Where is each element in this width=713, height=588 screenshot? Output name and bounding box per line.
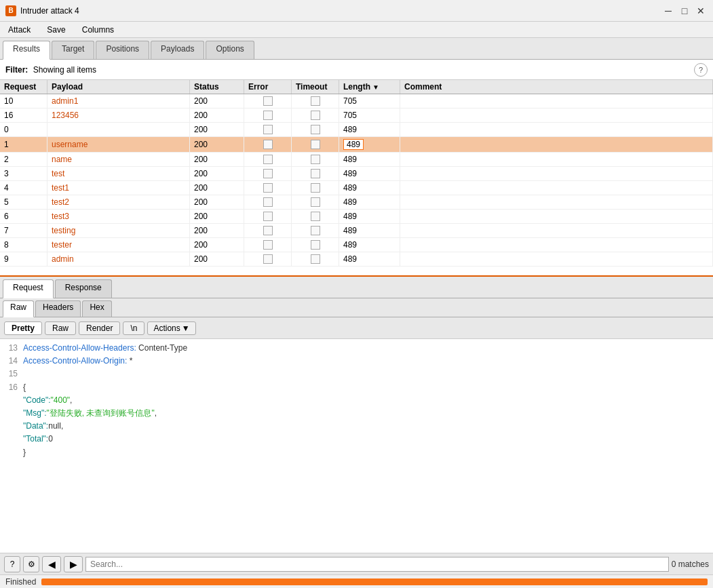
td-error (244, 238, 292, 252)
tab-response[interactable]: Response (55, 279, 112, 298)
td-comment (400, 210, 713, 223)
table-row[interactable]: 7 testing 200 489 (0, 224, 713, 238)
td-length: 489 (339, 123, 400, 136)
sub-tab-headers[interactable]: Headers (35, 300, 81, 317)
close-button[interactable]: ✕ (694, 4, 708, 18)
th-request[interactable]: Request (0, 80, 47, 94)
line-content: "Msg":"登陆失败, 未查询到账号信息", (23, 407, 710, 420)
td-timeout (292, 238, 339, 252)
pretty-button[interactable]: Pretty (4, 321, 42, 335)
tab-results[interactable]: Results (3, 41, 50, 60)
code-line: "Msg":"登陆失败, 未查询到账号信息", (3, 407, 710, 420)
tab-options[interactable]: Options (206, 41, 254, 59)
table-row[interactable]: 10 admin1 200 705 (0, 94, 713, 109)
td-request: 5 (0, 195, 47, 209)
table-row[interactable]: 3 test 200 489 (0, 167, 713, 181)
menu-columns[interactable]: Columns (77, 24, 119, 36)
td-timeout (292, 153, 339, 166)
th-comment[interactable]: Comment (400, 80, 713, 94)
error-checkbox (263, 240, 273, 250)
table-row[interactable]: 8 tester 200 489 (0, 238, 713, 252)
td-payload: testing (47, 224, 190, 237)
td-status: 200 (190, 195, 244, 209)
filter-bar: Filter: Showing all items ? (0, 60, 713, 80)
timeout-checkbox (311, 96, 320, 106)
td-request: 2 (0, 153, 47, 166)
line-content (23, 368, 710, 380)
td-status: 200 (190, 109, 244, 122)
td-request: 7 (0, 224, 47, 237)
raw-button[interactable]: Raw (45, 321, 76, 335)
timeout-checkbox (311, 155, 320, 164)
table-row[interactable]: 2 name 200 489 (0, 153, 713, 167)
td-length: 489 (339, 252, 400, 266)
table-row[interactable]: 1 username 200 489 (0, 137, 713, 153)
th-length[interactable]: Length ▼ (339, 80, 400, 94)
menu-save[interactable]: Save (41, 24, 71, 36)
td-request: 16 (0, 109, 47, 122)
sub-tabs: Raw Headers Hex (0, 298, 713, 317)
app-icon: B (5, 5, 16, 16)
code-line: 16{ (3, 381, 710, 394)
sub-tab-hex[interactable]: Hex (82, 300, 111, 317)
sort-icon: ▼ (372, 83, 379, 91)
table-row[interactable]: 4 test1 200 489 (0, 181, 713, 195)
tab-target[interactable]: Target (52, 41, 94, 59)
td-error (244, 167, 292, 180)
tab-payloads[interactable]: Payloads (151, 41, 204, 59)
tab-request[interactable]: Request (3, 279, 54, 298)
minimize-button[interactable]: ─ (661, 4, 675, 18)
table-row[interactable]: 5 test2 200 489 (0, 195, 713, 210)
td-error (244, 181, 292, 195)
actions-dropdown[interactable]: Actions ▼ (147, 321, 195, 335)
td-payload: name (47, 153, 190, 166)
render-button[interactable]: Render (79, 321, 120, 335)
td-error (244, 224, 292, 237)
error-checkbox (263, 140, 273, 149)
sub-tab-raw[interactable]: Raw (3, 300, 34, 317)
error-checkbox (263, 155, 273, 164)
td-comment (400, 238, 713, 252)
search-input[interactable] (85, 557, 669, 572)
td-request: 3 (0, 167, 47, 180)
th-payload[interactable]: Payload (47, 80, 190, 94)
settings-button[interactable]: ⚙ (23, 556, 39, 572)
td-comment (400, 137, 713, 152)
maximize-button[interactable]: □ (678, 4, 691, 18)
prev-button[interactable]: ◀ (42, 556, 61, 572)
code-line: "Code":"400", (3, 394, 710, 407)
error-checkbox (263, 183, 273, 193)
tab-positions[interactable]: Positions (96, 41, 149, 59)
newline-button[interactable]: \n (123, 321, 144, 335)
window-title: Intruder attack 4 (20, 6, 79, 16)
td-comment (400, 94, 713, 108)
filter-help-button[interactable]: ? (694, 63, 708, 77)
line-content: Access-Control-Allow-Headers: Content-Ty… (23, 342, 710, 355)
td-comment (400, 167, 713, 180)
timeout-checkbox (311, 254, 320, 264)
next-button[interactable]: ▶ (64, 556, 83, 572)
td-length: 489 (339, 210, 400, 223)
th-error[interactable]: Error (244, 80, 292, 94)
td-status: 200 (190, 123, 244, 136)
table-row[interactable]: 16 123456 200 705 (0, 109, 713, 123)
timeout-checkbox (311, 140, 320, 149)
table-body[interactable]: 10 admin1 200 705 16 123456 200 705 0 20… (0, 94, 713, 275)
table-row[interactable]: 9 admin 200 489 (0, 252, 713, 267)
timeout-checkbox (311, 125, 320, 134)
line-number (3, 446, 23, 459)
line-content: "Code":"400", (23, 394, 710, 407)
code-line: 13Access-Control-Allow-Headers: Content-… (3, 342, 710, 355)
line-number: 16 (3, 381, 23, 394)
td-error (244, 137, 292, 152)
menu-attack[interactable]: Attack (3, 24, 36, 36)
timeout-checkbox (311, 169, 320, 178)
table-row[interactable]: 6 test3 200 489 (0, 210, 713, 224)
th-timeout[interactable]: Timeout (292, 80, 339, 94)
table-row[interactable]: 0 200 489 (0, 123, 713, 137)
th-status[interactable]: Status (190, 80, 244, 94)
help-button[interactable]: ? (4, 556, 20, 572)
results-table: Request Payload Status Error Timeout Len… (0, 80, 713, 277)
line-number (3, 407, 23, 420)
td-payload: admin1 (47, 94, 190, 108)
